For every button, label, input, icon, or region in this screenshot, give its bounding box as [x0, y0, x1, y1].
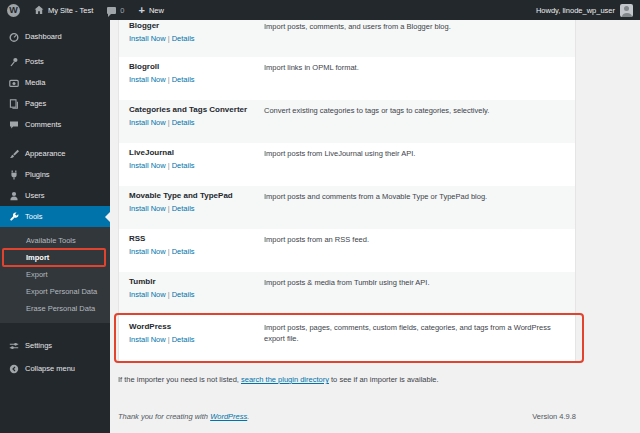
importer-row-livejournal: LiveJournal Install Now|Details Import p…	[119, 143, 575, 186]
wrench-icon	[8, 212, 19, 222]
details-link[interactable]: Details	[172, 290, 195, 299]
details-link[interactable]: Details	[172, 75, 195, 84]
submenu-item-erase-personal-data[interactable]: Erase Personal Data	[0, 300, 110, 317]
plug-icon	[8, 170, 19, 180]
wordpress-footer-link[interactable]: WordPress	[210, 412, 247, 421]
install-now-link[interactable]: Install Now	[129, 335, 166, 344]
importer-description: Import links in OPML format.	[264, 62, 575, 100]
details-link[interactable]: Details	[172, 118, 195, 127]
install-now-link[interactable]: Install Now	[129, 204, 166, 213]
importer-description: Import posts, pages, comments, custom fi…	[264, 322, 575, 361]
importer-name: Blogroll	[129, 62, 264, 71]
importer-description: Import posts and comments from a Movable…	[264, 191, 575, 229]
importer-note: If the importer you need is not listed, …	[118, 375, 439, 384]
sidebar-item-users[interactable]: Users	[0, 185, 110, 206]
sidebar-item-pages[interactable]: Pages	[0, 93, 110, 114]
submenu-label: Available Tools	[26, 236, 76, 245]
footer-thanks: Thank you for creating with WordPress.	[118, 412, 249, 421]
importer-name: Blogger	[129, 21, 264, 30]
wordpress-logo-icon: W	[7, 4, 20, 17]
importer-description: Import posts, comments, and users from a…	[264, 21, 575, 57]
brush-icon	[8, 149, 19, 159]
avatar	[620, 4, 633, 17]
details-link[interactable]: Details	[172, 34, 195, 43]
wp-logo-button[interactable]: W	[0, 0, 27, 20]
sidebar-item-label: Collapse menu	[25, 364, 75, 373]
note-text: to see if an importer is available.	[329, 375, 439, 384]
submenu-label: Import	[26, 253, 49, 262]
sidebar-item-plugins[interactable]: Plugins	[0, 164, 110, 185]
new-label: New	[149, 6, 164, 15]
submenu-item-import[interactable]: Import	[0, 249, 110, 266]
plus-icon: +	[138, 5, 144, 16]
submenu-item-export-personal-data[interactable]: Export Personal Data	[0, 283, 110, 300]
admin-sidebar: Dashboard Posts Media Pages Comments App…	[0, 20, 110, 433]
sidebar-item-label: Settings	[25, 341, 52, 350]
sidebar-item-label: Comments	[25, 120, 61, 129]
submenu-item-available-tools[interactable]: Available Tools	[0, 232, 110, 249]
install-now-link[interactable]: Install Now	[129, 290, 166, 299]
comments-icon	[107, 7, 116, 14]
sidebar-item-label: Media	[25, 78, 45, 87]
dashboard-icon	[8, 32, 19, 42]
main-content: Blogger Install Now|Details Import posts…	[110, 20, 640, 433]
details-link[interactable]: Details	[172, 247, 195, 256]
install-now-link[interactable]: Install Now	[129, 75, 166, 84]
camera-icon	[8, 78, 19, 88]
submenu-item-export[interactable]: Export	[0, 266, 110, 283]
howdy-account-menu[interactable]: Howdy, linode_wp_user	[536, 6, 615, 15]
pages-icon	[8, 99, 19, 109]
sidebar-item-label: Plugins	[25, 170, 50, 179]
details-link[interactable]: Details	[172, 335, 195, 344]
importer-description: Import posts & media from Tumblr using t…	[264, 277, 575, 315]
importer-row-blogger: Blogger Install Now|Details Import posts…	[119, 20, 575, 57]
importer-name: WordPress	[129, 322, 264, 331]
new-menu[interactable]: + New	[131, 0, 170, 20]
sidebar-item-collapse-menu[interactable]: Collapse menu	[0, 358, 110, 379]
sidebar-item-label: Dashboard	[25, 32, 62, 41]
settings-icon	[8, 341, 19, 351]
install-now-link[interactable]: Install Now	[129, 34, 166, 43]
site-name: My Site - Test	[48, 6, 93, 15]
version-text: Version 4.9.8	[532, 412, 576, 421]
sidebar-item-label: Pages	[25, 99, 46, 108]
importers-table: Blogger Install Now|Details Import posts…	[118, 20, 576, 362]
importer-description: Import posts from LiveJournal using thei…	[264, 148, 575, 186]
sidebar-item-settings[interactable]: Settings	[0, 335, 110, 356]
submenu-label: Erase Personal Data	[26, 304, 95, 313]
importer-name: Tumblr	[129, 277, 264, 286]
comments-count: 0	[120, 6, 124, 15]
sidebar-item-appearance[interactable]: Appearance	[0, 143, 110, 164]
importer-description: Convert existing categories to tags or t…	[264, 105, 575, 143]
site-menu[interactable]: My Site - Test	[27, 0, 100, 20]
thanks-text: .	[247, 412, 249, 421]
thanks-text: Thank you for creating with	[118, 412, 210, 421]
importer-description: Import posts from an RSS feed.	[264, 234, 575, 272]
sidebar-item-posts[interactable]: Posts	[0, 51, 110, 72]
details-link[interactable]: Details	[172, 204, 195, 213]
importer-name: Movable Type and TypePad	[129, 191, 264, 200]
details-link[interactable]: Details	[172, 161, 195, 170]
sidebar-item-comments[interactable]: Comments	[0, 114, 110, 135]
comments-menu[interactable]: 0	[100, 0, 131, 20]
search-plugin-directory-link[interactable]: search the plugin directory	[241, 375, 329, 384]
importer-row-tumblr: Tumblr Install Now|Details Import posts …	[119, 272, 575, 315]
importer-row-categories-tags-converter: Categories and Tags Converter Install No…	[119, 100, 575, 143]
install-now-link[interactable]: Install Now	[129, 247, 166, 256]
install-now-link[interactable]: Install Now	[129, 118, 166, 127]
collapse-arrow-icon	[8, 364, 19, 374]
importer-row-blogroll: Blogroll Install Now|Details Import link…	[119, 57, 575, 100]
submenu-label: Export Personal Data	[26, 287, 97, 296]
user-icon	[8, 191, 19, 201]
install-now-link[interactable]: Install Now	[129, 161, 166, 170]
sidebar-item-tools[interactable]: Tools	[0, 206, 110, 227]
sidebar-item-dashboard[interactable]: Dashboard	[0, 26, 110, 47]
admin-bar: W My Site - Test 0 + New Howdy, linode_w…	[0, 0, 640, 20]
note-text: If the importer you need is not listed,	[118, 375, 241, 384]
home-icon	[34, 5, 44, 15]
sidebar-item-media[interactable]: Media	[0, 72, 110, 93]
importer-name: RSS	[129, 234, 264, 243]
importer-row-movable-type-typepad: Movable Type and TypePad Install Now|Det…	[119, 186, 575, 229]
importer-row-wordpress: WordPress Install Now|Details Import pos…	[119, 315, 575, 361]
importer-name: Categories and Tags Converter	[129, 105, 264, 114]
